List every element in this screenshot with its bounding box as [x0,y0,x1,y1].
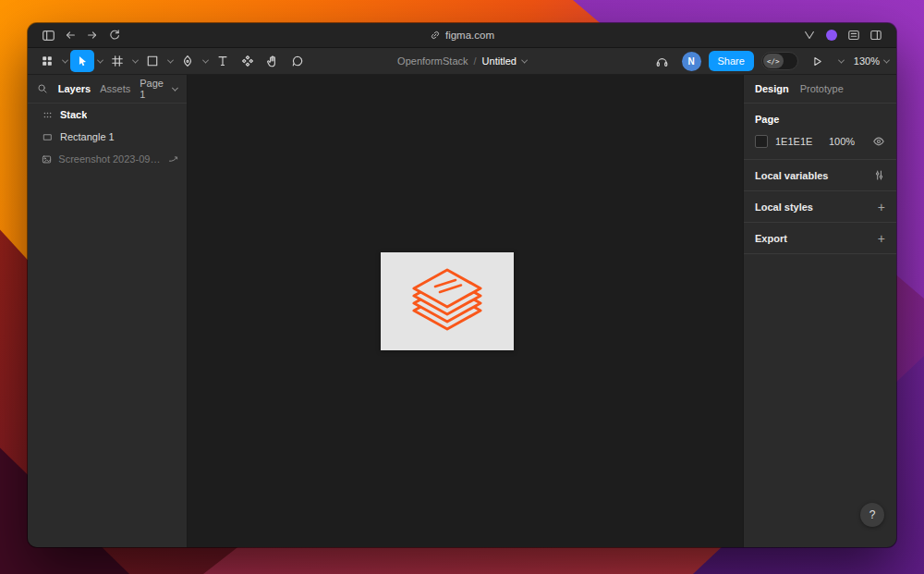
tab-layers[interactable]: Layers [58,83,91,94]
color-hex-value[interactable]: 1E1E1E [775,136,829,147]
comment-tool-button[interactable] [286,50,310,72]
layer-name: Screenshot 2023-09-15 ... [58,153,162,165]
dev-mode-toggle[interactable]: </> [761,52,798,70]
frame-tool-chevron[interactable] [130,50,140,72]
main-content: Layers Assets Page 1 Stack Rectangle 1 [28,75,896,547]
pen-tool-chevron[interactable] [201,50,210,72]
layer-row-rectangle[interactable]: Rectangle 1 [28,126,187,148]
address-bar[interactable]: figma.com [430,23,494,47]
tabs-icon[interactable] [865,26,887,44]
help-button[interactable]: ? [860,503,884,527]
present-button[interactable] [806,50,830,72]
component-tool-button[interactable] [236,50,260,72]
visibility-eye-icon[interactable] [872,135,885,148]
page-color-row: 1E1E1E 100% [755,135,885,148]
rectangle-icon [41,132,54,142]
layers-panel: Layers Assets Page 1 Stack Rectangle 1 [28,75,188,547]
color-opacity-value[interactable]: 100% [829,136,855,147]
search-icon[interactable] [37,83,49,94]
layer-name: Rectangle 1 [60,131,115,142]
figma-toolbar: OpenformStack / Untitled N Share </> 130… [28,48,896,75]
frame-tool-button[interactable] [105,50,129,72]
v-logo-icon[interactable] [798,26,821,44]
color-swatch[interactable] [755,135,768,148]
shape-tool-button[interactable] [140,50,164,72]
canvas[interactable] [188,75,743,547]
move-tool-chevron[interactable] [95,50,104,72]
design-panel: Design Prototype Page 1E1E1E 100% Local … [743,75,896,547]
add-export-icon[interactable]: + [878,232,885,245]
page-selector-label: Page 1 [140,78,168,100]
local-styles-row[interactable]: Local styles + [744,191,896,223]
zoom-level: 130% [854,55,880,67]
tab-prototype[interactable]: Prototype [800,83,844,94]
local-variables-label: Local variables [755,170,829,181]
forward-icon[interactable] [81,26,103,44]
layer-row-stack[interactable]: Stack [28,104,187,126]
stack-logo [395,263,499,340]
layer-name: Stack [60,109,87,120]
reload-icon[interactable] [103,26,126,44]
sidebar-toggle-icon[interactable] [37,26,59,44]
figma-window: figma.com [28,23,896,547]
page-section: Page 1E1E1E 100% [744,104,896,160]
avatar[interactable]: N [682,52,701,71]
artboard-rectangle[interactable] [381,252,514,350]
hand-tool-button[interactable] [261,50,285,72]
address-url: figma.com [445,30,494,41]
main-menu-chevron[interactable] [60,50,69,72]
breadcrumb-file-name[interactable]: Untitled [482,55,517,67]
reader-icon[interactable] [843,26,865,44]
main-menu-button[interactable] [35,50,59,72]
breadcrumb: OpenformStack / Untitled [397,48,527,74]
export-row[interactable]: Export + [744,223,896,254]
tab-design[interactable]: Design [755,83,789,94]
text-tool-button[interactable] [211,50,235,72]
export-label: Export [755,233,787,244]
file-menu-chevron[interactable] [521,56,528,63]
code-icon: </> [763,54,784,68]
curved-arrow-icon[interactable] [168,154,179,164]
adjust-icon[interactable] [873,169,885,181]
design-panel-tabs: Design Prototype [744,75,896,104]
add-style-icon[interactable]: + [878,201,885,214]
present-chevron[interactable] [837,50,846,72]
breadcrumb-separator: / [474,55,477,67]
layer-row-screenshot[interactable]: Screenshot 2023-09-15 ... [28,148,187,170]
link-icon [430,30,441,41]
page-selector[interactable]: Page 1 [140,78,177,100]
image-icon [41,154,52,165]
layers-panel-header: Layers Assets Page 1 [28,75,187,104]
zoom-control[interactable]: 130% [854,55,889,67]
page-section-label: Page [755,114,885,125]
local-variables-row[interactable]: Local variables [744,160,896,191]
page-selector-chevron [172,84,178,91]
browser-chrome: figma.com [28,23,896,48]
zoom-chevron [883,56,890,63]
share-button[interactable]: Share [709,51,754,71]
local-styles-label: Local styles [755,202,813,213]
shape-tool-chevron[interactable] [165,50,175,72]
profile-dot-icon[interactable] [821,26,843,44]
audio-headphones-button[interactable] [650,50,675,72]
pen-tool-button[interactable] [176,50,200,72]
move-tool-button[interactable] [70,50,94,72]
component-grid-icon [41,110,54,120]
back-icon[interactable] [59,26,81,44]
tab-assets[interactable]: Assets [100,83,130,94]
breadcrumb-team[interactable]: OpenformStack [397,55,468,67]
